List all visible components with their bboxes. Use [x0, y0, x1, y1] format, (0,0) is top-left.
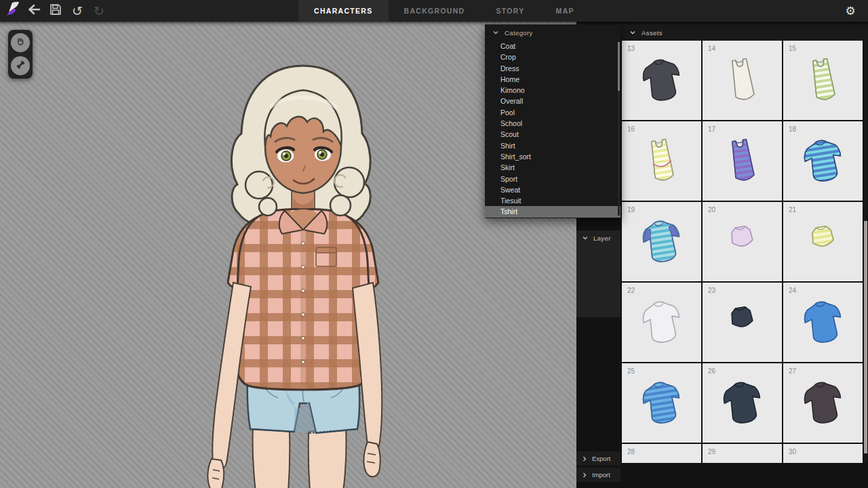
asset-item-number: 21: [789, 206, 796, 214]
asset-item-19[interactable]: 19: [622, 202, 701, 281]
assets-scrollbar[interactable]: [864, 41, 867, 463]
asset-item-number: 30: [789, 448, 796, 455]
asset-item-17[interactable]: 17: [703, 121, 782, 201]
asset-item-20[interactable]: 20: [703, 202, 782, 281]
redo-arrow-icon: ↻: [94, 5, 104, 18]
tank-thumbnail-icon: [715, 134, 770, 191]
bone-icon: [16, 60, 26, 73]
asset-item-23[interactable]: 23: [703, 283, 782, 362]
tank-thumbnail-icon: [796, 54, 850, 110]
tshirt-thumbnail-icon: [635, 296, 689, 352]
asset-item-number: 26: [708, 367, 715, 375]
chevron-down-icon: [493, 30, 498, 35]
category-item-pool[interactable]: Pool: [485, 107, 620, 118]
tshirt-thumbnail-icon: [635, 215, 689, 272]
quill-icon: [3, 1, 20, 21]
canvas-tool-palette: [8, 30, 33, 79]
category-list: CoatCropDressHomeKimonoOverallPoolSchool…: [485, 41, 620, 218]
category-scrollbar-thumb[interactable]: [618, 42, 620, 91]
bra-thumbnail-icon: [715, 215, 770, 272]
asset-item-18[interactable]: 18: [783, 121, 863, 201]
hand-tool-button[interactable]: [11, 33, 30, 52]
tab-story[interactable]: STORY: [481, 0, 540, 22]
asset-item-number: 28: [627, 448, 635, 455]
layer-panel-title: Layer: [593, 235, 611, 242]
asset-item-25[interactable]: 25: [622, 363, 701, 443]
back-button[interactable]: [23, 0, 45, 22]
app-logo[interactable]: [0, 0, 23, 22]
category-item-school[interactable]: School: [485, 118, 620, 129]
category-scrollbar[interactable]: [618, 42, 620, 216]
chevron-down-icon: [630, 30, 635, 35]
asset-item-number: 19: [627, 206, 635, 214]
layer-panel-header[interactable]: Layer: [576, 230, 620, 245]
tab-background[interactable]: BACKGROUND: [389, 0, 481, 22]
asset-item-number: 17: [708, 125, 715, 133]
tab-map[interactable]: MAP: [540, 0, 590, 22]
asset-item-number: 25: [627, 367, 635, 375]
bra-thumbnail-icon: [796, 215, 850, 272]
tshirt-thumbnail-icon: [715, 376, 770, 433]
undo-button[interactable]: ↺: [66, 0, 88, 22]
redo-button[interactable]: ↻: [88, 0, 110, 22]
asset-item-29[interactable]: 29: [703, 444, 782, 463]
category-item-sweat[interactable]: Sweat: [485, 184, 620, 195]
category-item-home[interactable]: Home: [485, 74, 620, 85]
bone-tool-button[interactable]: [11, 56, 30, 75]
asset-item-28[interactable]: 28: [622, 444, 701, 463]
asset-item-number: 23: [708, 287, 715, 294]
category-item-coat[interactable]: Coat: [485, 41, 620, 52]
asset-item-26[interactable]: 26: [703, 363, 782, 443]
category-panel-header[interactable]: Category: [485, 24, 620, 41]
category-item-tiesuit[interactable]: Tiesuit: [485, 195, 620, 206]
asset-item-21[interactable]: 21: [783, 202, 863, 281]
asset-item-14[interactable]: 14: [703, 41, 782, 120]
asset-item-13[interactable]: 13: [622, 41, 701, 120]
category-item-kimono[interactable]: Kimono: [485, 85, 620, 96]
category-item-dress[interactable]: Dress: [485, 63, 620, 74]
import-button-label: Import: [592, 471, 610, 479]
character-preview: [183, 52, 414, 488]
assets-scrollbar-thumb[interactable]: [864, 221, 867, 453]
category-item-sport[interactable]: Sport: [485, 174, 620, 184]
category-item-overall[interactable]: Overall: [485, 96, 620, 106]
asset-item-number: 29: [708, 448, 715, 455]
tank-thumbnail-icon: [635, 134, 689, 191]
category-item-shirt[interactable]: Shirt: [485, 140, 620, 151]
tshirt-thumbnail-icon: [796, 296, 850, 352]
undo-arrow-icon: ↺: [72, 5, 83, 18]
asset-item-16[interactable]: 16: [622, 121, 701, 201]
tab-characters[interactable]: CHARACTERS: [298, 0, 389, 22]
category-item-shirt_sort[interactable]: Shirt_sort: [485, 151, 620, 162]
asset-item-15[interactable]: 15: [783, 41, 863, 120]
asset-item-30[interactable]: 30: [783, 444, 863, 463]
asset-item-27[interactable]: 27: [783, 363, 863, 443]
assets-grid: 131415161718192021222324252627282930: [622, 41, 863, 463]
asset-item-number: 24: [789, 287, 796, 294]
category-item-skirt[interactable]: Skirt: [485, 162, 620, 173]
asset-item-24[interactable]: 24: [783, 283, 863, 362]
assets-panel: Assets 131415161718192021222324252627282…: [620, 24, 868, 488]
import-button[interactable]: Import: [576, 468, 620, 482]
category-panel: Category CoatCropDressHomeKimonoOverallP…: [485, 24, 620, 218]
export-button[interactable]: Export: [576, 451, 620, 466]
asset-item-number: 22: [627, 287, 635, 294]
gear-icon: ⚙: [845, 5, 855, 17]
main-tabs: CHARACTERSBACKGROUNDSTORYMAP: [298, 0, 590, 22]
arrow-left-icon: [27, 4, 41, 18]
export-button-label: Export: [592, 455, 610, 462]
app-window: ↺ ↻ CHARACTERSBACKGROUNDSTORYMAP ⚙: [0, 0, 868, 488]
category-item-scout[interactable]: Scout: [485, 129, 620, 140]
settings-button[interactable]: ⚙: [840, 0, 861, 22]
category-item-crop[interactable]: Crop: [485, 52, 620, 62]
save-button[interactable]: [45, 0, 66, 22]
asset-item-number: 14: [708, 45, 715, 52]
layer-panel: Layer: [576, 230, 620, 317]
asset-item-22[interactable]: 22: [622, 283, 701, 362]
category-panel-title: Category: [505, 29, 533, 37]
top-toolbar: ↺ ↻ CHARACTERSBACKGROUNDSTORYMAP ⚙: [0, 0, 868, 22]
assets-panel-header[interactable]: Assets: [620, 24, 868, 41]
category-item-tshirt[interactable]: Tshirt: [485, 206, 620, 217]
asset-item-number: 15: [789, 45, 796, 52]
asset-item-number: 20: [708, 206, 715, 214]
